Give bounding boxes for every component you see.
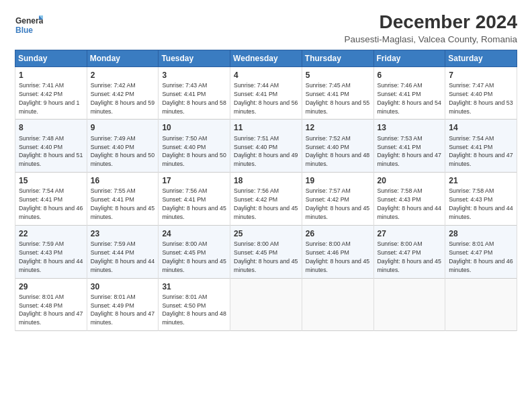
calendar-cell: 11 Sunrise: 7:51 AMSunset: 4:40 PMDaylig… <box>230 120 302 173</box>
day-number: 28 <box>449 228 513 239</box>
day-info: Sunrise: 7:54 AMSunset: 4:41 PMDaylight:… <box>449 135 513 168</box>
day-number: 4 <box>234 70 298 81</box>
day-number: 2 <box>91 70 155 81</box>
day-info: Sunrise: 7:43 AMSunset: 4:41 PMDaylight:… <box>162 82 226 115</box>
calendar-cell: 1 Sunrise: 7:41 AMSunset: 4:42 PMDayligh… <box>15 66 87 120</box>
day-number: 7 <box>449 70 513 81</box>
day-number: 12 <box>306 122 370 133</box>
calendar-cell: 28 Sunrise: 8:01 AMSunset: 4:47 PMDaylig… <box>445 225 517 278</box>
day-info: Sunrise: 7:51 AMSunset: 4:40 PMDaylight:… <box>234 135 298 168</box>
day-info: Sunrise: 7:57 AMSunset: 4:42 PMDaylight:… <box>306 187 369 220</box>
calendar-cell: 22 Sunrise: 7:59 AMSunset: 4:43 PMDaylig… <box>15 225 87 278</box>
calendar-cell: 2 Sunrise: 7:42 AMSunset: 4:42 PMDayligh… <box>87 66 159 120</box>
day-info: Sunrise: 7:58 AMSunset: 4:43 PMDaylight:… <box>378 187 441 220</box>
calendar-cell: 9 Sunrise: 7:49 AMSunset: 4:40 PMDayligh… <box>87 120 159 173</box>
calendar-cell: 21 Sunrise: 7:58 AMSunset: 4:43 PMDaylig… <box>445 173 517 226</box>
page: General Blue December 2024 Pausesti-Magl… <box>0 0 532 411</box>
calendar-cell: 29 Sunrise: 8:01 AMSunset: 4:48 PMDaylig… <box>15 278 87 331</box>
calendar-cell: 20 Sunrise: 7:58 AMSunset: 4:43 PMDaylig… <box>373 173 445 226</box>
day-info: Sunrise: 8:01 AMSunset: 4:49 PMDaylight:… <box>91 293 154 326</box>
calendar-cell: 23 Sunrise: 7:59 AMSunset: 4:44 PMDaylig… <box>87 225 159 278</box>
day-number: 30 <box>91 281 155 292</box>
svg-text:General: General <box>15 16 43 26</box>
col-wednesday: Wednesday <box>230 50 302 66</box>
day-number: 5 <box>306 70 370 81</box>
calendar-cell <box>373 278 445 331</box>
day-info: Sunrise: 7:44 AMSunset: 4:41 PMDaylight:… <box>234 82 298 115</box>
col-thursday: Thursday <box>302 50 373 66</box>
day-info: Sunrise: 7:45 AMSunset: 4:41 PMDaylight:… <box>306 82 369 115</box>
calendar-cell: 13 Sunrise: 7:53 AMSunset: 4:41 PMDaylig… <box>373 120 445 173</box>
day-number: 22 <box>19 228 83 239</box>
day-number: 14 <box>449 122 513 133</box>
day-number: 13 <box>378 122 442 133</box>
day-info: Sunrise: 7:50 AMSunset: 4:40 PMDaylight:… <box>162 135 226 168</box>
calendar-cell: 15 Sunrise: 7:54 AMSunset: 4:41 PMDaylig… <box>15 173 87 226</box>
calendar-week-row: 1 Sunrise: 7:41 AMSunset: 4:42 PMDayligh… <box>15 66 517 120</box>
day-info: Sunrise: 7:46 AMSunset: 4:41 PMDaylight:… <box>378 82 441 115</box>
day-number: 9 <box>91 122 155 133</box>
day-info: Sunrise: 7:59 AMSunset: 4:44 PMDaylight:… <box>91 240 154 273</box>
calendar-cell: 6 Sunrise: 7:46 AMSunset: 4:41 PMDayligh… <box>373 66 445 120</box>
calendar-cell <box>230 278 302 331</box>
logo: General Blue <box>15 12 43 40</box>
day-info: Sunrise: 7:54 AMSunset: 4:41 PMDaylight:… <box>19 187 83 220</box>
day-info: Sunrise: 7:59 AMSunset: 4:43 PMDaylight:… <box>19 240 83 273</box>
day-number: 21 <box>449 175 513 186</box>
logo-svg: General Blue <box>15 12 43 40</box>
calendar-cell: 12 Sunrise: 7:52 AMSunset: 4:40 PMDaylig… <box>302 120 373 173</box>
day-info: Sunrise: 7:53 AMSunset: 4:41 PMDaylight:… <box>378 135 441 168</box>
calendar-cell <box>445 278 517 331</box>
calendar-cell: 19 Sunrise: 7:57 AMSunset: 4:42 PMDaylig… <box>302 173 373 226</box>
calendar-cell: 24 Sunrise: 8:00 AMSunset: 4:45 PMDaylig… <box>159 225 230 278</box>
day-info: Sunrise: 7:41 AMSunset: 4:42 PMDaylight:… <box>19 82 79 115</box>
title-block: December 2024 Pausesti-Maglasi, Valcea C… <box>344 12 517 44</box>
day-info: Sunrise: 7:56 AMSunset: 4:41 PMDaylight:… <box>162 187 226 220</box>
calendar-cell: 10 Sunrise: 7:50 AMSunset: 4:40 PMDaylig… <box>159 120 230 173</box>
day-info: Sunrise: 8:00 AMSunset: 4:47 PMDaylight:… <box>378 240 441 273</box>
calendar-cell: 8 Sunrise: 7:48 AMSunset: 4:40 PMDayligh… <box>15 120 87 173</box>
calendar: Sunday Monday Tuesday Wednesday Thursday… <box>15 50 517 331</box>
subtitle: Pausesti-Maglasi, Valcea County, Romania <box>344 34 517 44</box>
calendar-week-row: 8 Sunrise: 7:48 AMSunset: 4:40 PMDayligh… <box>15 120 517 173</box>
day-number: 18 <box>234 175 298 186</box>
calendar-cell: 17 Sunrise: 7:56 AMSunset: 4:41 PMDaylig… <box>159 173 230 226</box>
day-number: 8 <box>19 122 83 133</box>
calendar-week-row: 29 Sunrise: 8:01 AMSunset: 4:48 PMDaylig… <box>15 278 517 331</box>
day-number: 6 <box>378 70 442 81</box>
day-number: 17 <box>162 175 226 186</box>
day-number: 27 <box>378 228 442 239</box>
calendar-cell: 27 Sunrise: 8:00 AMSunset: 4:47 PMDaylig… <box>373 225 445 278</box>
day-number: 16 <box>91 175 155 186</box>
header: General Blue December 2024 Pausesti-Magl… <box>15 12 517 44</box>
svg-text:Blue: Blue <box>15 26 33 35</box>
day-info: Sunrise: 7:48 AMSunset: 4:40 PMDaylight:… <box>19 135 83 168</box>
day-number: 26 <box>306 228 370 239</box>
day-info: Sunrise: 8:00 AMSunset: 4:46 PMDaylight:… <box>306 240 369 273</box>
day-number: 1 <box>19 70 83 81</box>
col-tuesday: Tuesday <box>159 50 230 66</box>
day-info: Sunrise: 7:58 AMSunset: 4:43 PMDaylight:… <box>449 187 513 220</box>
col-monday: Monday <box>87 50 159 66</box>
calendar-cell: 31 Sunrise: 8:01 AMSunset: 4:50 PMDaylig… <box>159 278 230 331</box>
col-saturday: Saturday <box>445 50 517 66</box>
col-friday: Friday <box>373 50 445 66</box>
day-info: Sunrise: 7:56 AMSunset: 4:42 PMDaylight:… <box>234 187 298 220</box>
calendar-cell: 14 Sunrise: 7:54 AMSunset: 4:41 PMDaylig… <box>445 120 517 173</box>
calendar-week-row: 15 Sunrise: 7:54 AMSunset: 4:41 PMDaylig… <box>15 173 517 226</box>
day-number: 11 <box>234 122 298 133</box>
day-number: 24 <box>162 228 226 239</box>
calendar-week-row: 22 Sunrise: 7:59 AMSunset: 4:43 PMDaylig… <box>15 225 517 278</box>
calendar-cell: 7 Sunrise: 7:47 AMSunset: 4:40 PMDayligh… <box>445 66 517 120</box>
day-info: Sunrise: 8:00 AMSunset: 4:45 PMDaylight:… <box>162 240 226 273</box>
calendar-cell: 5 Sunrise: 7:45 AMSunset: 4:41 PMDayligh… <box>302 66 373 120</box>
day-info: Sunrise: 8:01 AMSunset: 4:50 PMDaylight:… <box>162 293 226 326</box>
day-number: 19 <box>306 175 370 186</box>
day-info: Sunrise: 7:47 AMSunset: 4:40 PMDaylight:… <box>449 82 513 115</box>
day-number: 29 <box>19 281 83 292</box>
day-number: 15 <box>19 175 83 186</box>
calendar-cell: 16 Sunrise: 7:55 AMSunset: 4:41 PMDaylig… <box>87 173 159 226</box>
calendar-cell: 30 Sunrise: 8:01 AMSunset: 4:49 PMDaylig… <box>87 278 159 331</box>
day-info: Sunrise: 7:42 AMSunset: 4:42 PMDaylight:… <box>91 82 154 115</box>
calendar-cell: 4 Sunrise: 7:44 AMSunset: 4:41 PMDayligh… <box>230 66 302 120</box>
